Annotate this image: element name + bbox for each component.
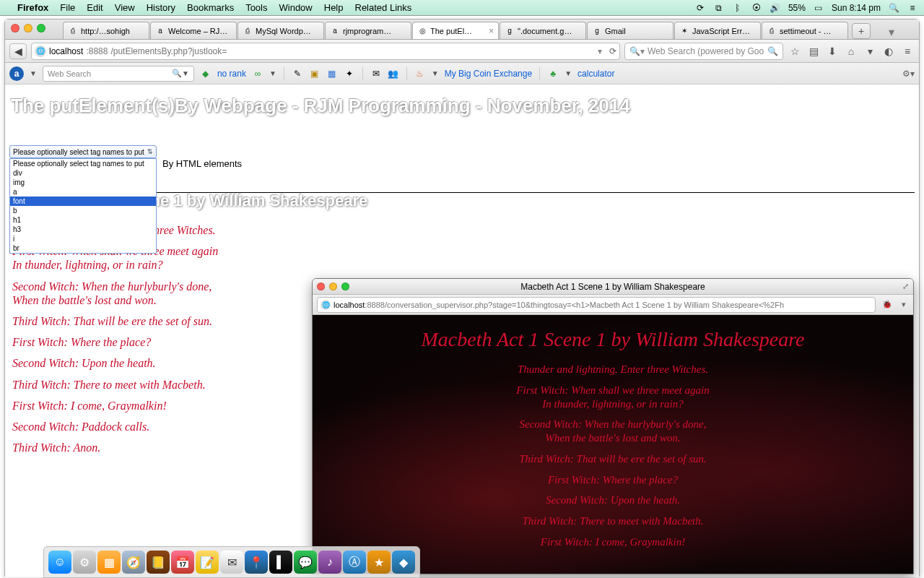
downloads-icon[interactable]: ⬇ [825,44,840,59]
browser-tab[interactable]: ✶JavaScript Err… [674,22,761,39]
dock-misc2-icon[interactable]: ◆ [392,551,415,574]
select-option[interactable]: img [10,178,156,187]
pagerank-icon[interactable]: ◆ [200,68,212,79]
popup-minimize-button[interactable] [329,282,337,290]
browser-tab[interactable]: ◎The putEl…× [412,22,499,39]
tag-select[interactable]: Please optionally select tag names to pu… [9,145,157,158]
sync-icon[interactable]: ⟳ [694,2,706,14]
mac-menu-file[interactable]: File [60,2,75,13]
dock-misc1-icon[interactable]: ★ [367,551,391,574]
popup-zoom-button[interactable] [341,282,349,290]
search-go-icon[interactable]: 🔍 [767,46,778,56]
calc-caret[interactable]: ▼ [565,69,572,77]
tool-icon-1[interactable]: ✎ [292,68,303,79]
pagerank-label[interactable]: no rank [217,69,246,79]
dock-settings-icon[interactable]: ⚙ [73,551,96,574]
popup-expand-icon[interactable]: ⤢ [902,282,909,291]
dock-terminal-icon[interactable]: ▌ [269,551,292,574]
select-option[interactable]: h3 [10,225,156,234]
browser-tab[interactable]: gGmail [587,22,674,39]
ask-toolbar-icon[interactable]: a [9,66,24,81]
tool-icon-4[interactable]: ✦ [344,68,355,79]
select-option[interactable]: i [10,234,156,243]
zoom-window-button[interactable] [37,24,45,33]
activity-icon[interactable]: ⧉ [713,2,725,14]
popup-bugreport-icon[interactable]: 🐞 [880,300,894,309]
popup-titlebar[interactable]: Macbeth Act 1 Scene 1 by William Shakesp… [313,279,913,295]
search-engine-icon[interactable]: 🔍▾ [629,46,645,56]
flame-caret[interactable]: ▼ [432,69,439,77]
clock[interactable]: Sun 8:14 pm [832,3,881,13]
browser-tab[interactable]: ⎙settimeout - … [762,22,848,39]
link-caret[interactable]: ▼ [269,69,276,77]
browser-tab[interactable]: aWelcome – RJ… [150,22,237,39]
mac-menu-related-links[interactable]: Related Links [355,2,412,13]
mac-menu-history[interactable]: History [147,2,175,13]
ask-web-search[interactable]: Web Search 🔍 ▼ [43,66,194,82]
addon2-icon[interactable]: ◐ [881,44,896,59]
select-option[interactable]: Please optionally select tag names to pu… [10,159,156,168]
bluetooth-icon[interactable]: ᛒ [732,2,744,14]
list-all-tabs-button[interactable]: ▾ [886,25,897,39]
site-identity-icon[interactable]: 🌐 [35,46,46,57]
select-option[interactable]: br [10,243,156,253]
select-option[interactable]: a [10,187,156,197]
popup-site-identity-icon[interactable]: 🌐 [321,300,331,310]
spotlight-icon[interactable]: 🔍 [888,2,899,14]
link-icon[interactable]: ∞ [252,68,263,79]
tab-close-icon[interactable]: × [489,26,494,36]
bookmark-star-icon[interactable]: ☆ [788,44,802,59]
dock-calendar-icon[interactable]: 📅 [171,551,194,574]
flame-icon[interactable]: ♨ [414,68,426,79]
dock-notes-icon[interactable]: 📝 [196,551,219,574]
dock-appstore-icon[interactable]: Ⓐ [343,551,366,574]
people-icon[interactable]: 👥 [388,68,399,79]
browser-tab[interactable]: arjmprogram… [325,22,411,39]
popup-dropdown-icon[interactable]: ▾ [899,300,909,309]
home-icon[interactable]: ⌂ [844,44,858,59]
dock-finder-icon[interactable]: ☺ [48,551,71,574]
dock-mail-icon[interactable]: ✉ [220,551,243,574]
menu-extras-icon[interactable]: ≡ [907,2,918,14]
dock-app-icon[interactable]: ▦ [97,551,121,574]
dropdown-history-caret[interactable]: ▾ [598,46,602,56]
tag-select-dropdown[interactable]: Please optionally select tag names to pu… [9,158,157,254]
popup-url-field[interactable]: 🌐 localhost:8888/conversation_supervisor… [317,297,876,313]
mac-menu-bookmarks[interactable]: Bookmarks [187,2,234,13]
select-option[interactable]: font [10,197,156,206]
toolbar-settings-icon[interactable]: ⚙▾ [902,69,915,79]
mac-menu-edit[interactable]: Edit [87,2,103,13]
tool-icon-3[interactable]: ▦ [326,68,338,79]
dock-maps-icon[interactable]: 📍 [245,551,268,574]
mac-menu-view[interactable]: View [115,2,135,13]
tool-icon-2[interactable]: ▣ [309,68,321,79]
dock-safari-icon[interactable]: 🧭 [122,551,145,574]
back-button[interactable]: ◀ [9,43,27,59]
calculator-link[interactable]: calculator [578,69,614,79]
select-option[interactable]: div [10,168,156,178]
reload-button[interactable]: ⟳ [609,46,616,56]
wifi-icon[interactable]: ⦿ [751,2,762,14]
library-icon[interactable]: ▤ [806,44,821,59]
minimize-window-button[interactable] [24,24,32,33]
search-icon[interactable]: 🔍 [172,69,182,78]
addon1-icon[interactable]: ▾ [863,44,877,59]
browser-tab[interactable]: ⎙MySql Wordp… [237,22,324,39]
dock-contacts-icon[interactable]: 📒 [147,551,170,574]
select-option[interactable]: b [10,206,156,215]
battery-icon[interactable]: ▭ [813,2,824,14]
new-tab-button[interactable]: + [852,23,871,39]
mac-menu-help[interactable]: Help [324,2,344,13]
dock-itunes-icon[interactable]: ♪ [318,551,341,574]
browser-tab[interactable]: g".document.g… [500,22,586,39]
bigcoin-link[interactable]: My Big Coin Exchange [445,69,532,79]
firefox-menu-icon[interactable]: ≡ [900,44,915,59]
url-field[interactable]: 🌐 localhost:8888/putElementsBy.php?justl… [31,43,620,60]
calc-icon[interactable]: ♣ [547,68,559,79]
browser-tab[interactable]: ⎙http:/…sohigh [63,22,149,39]
mail-icon[interactable]: ✉ [370,68,382,79]
close-window-button[interactable] [11,24,19,33]
ask-toolbar-caret[interactable]: ▼ [30,69,37,77]
search-field[interactable]: 🔍▾ Web Search (powered by Goo 🔍 [624,43,783,60]
search-caret[interactable]: ▼ [182,69,189,77]
